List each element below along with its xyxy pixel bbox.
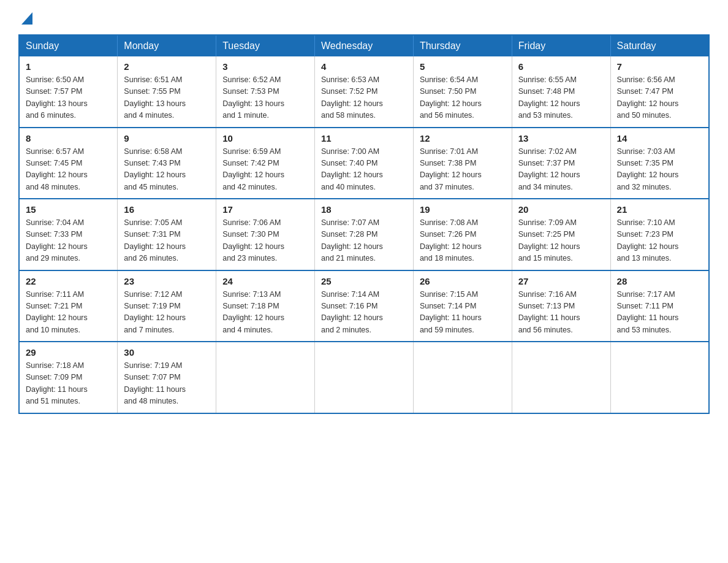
day-info: Sunrise: 7:12 AMSunset: 7:19 PMDaylight:… [124, 289, 210, 337]
calendar-cell: 24 Sunrise: 7:13 AMSunset: 7:18 PMDaylig… [216, 270, 315, 342]
day-number: 16 [124, 204, 210, 215]
calendar-cell: 3 Sunrise: 6:52 AMSunset: 7:53 PMDayligh… [216, 56, 315, 128]
day-info: Sunrise: 7:16 AMSunset: 7:13 PMDaylight:… [518, 289, 604, 337]
day-number: 3 [222, 61, 308, 72]
day-number: 28 [617, 276, 702, 286]
calendar-cell: 11 Sunrise: 7:00 AMSunset: 7:40 PMDaylig… [315, 128, 414, 199]
day-number: 25 [321, 276, 407, 286]
day-number: 21 [617, 204, 702, 215]
day-info: Sunrise: 6:52 AMSunset: 7:53 PMDaylight:… [222, 74, 308, 122]
day-info: Sunrise: 6:54 AMSunset: 7:50 PMDaylight:… [420, 74, 506, 122]
day-number: 26 [420, 276, 506, 286]
day-info: Sunrise: 6:50 AMSunset: 7:57 PMDaylight:… [26, 74, 111, 122]
calendar-cell: 8 Sunrise: 6:57 AMSunset: 7:45 PMDayligh… [19, 128, 118, 199]
logo-triangle-icon [21, 12, 32, 25]
calendar-cell: 22 Sunrise: 7:11 AMSunset: 7:21 PMDaylig… [19, 270, 118, 342]
calendar-header-row: SundayMondayTuesdayWednesdayThursdayFrid… [19, 35, 709, 56]
page-header [18, 12, 710, 25]
logo [18, 12, 36, 25]
calendar-cell: 30 Sunrise: 7:19 AMSunset: 7:07 PMDaylig… [118, 342, 216, 413]
day-number: 22 [26, 276, 111, 286]
day-info: Sunrise: 7:19 AMSunset: 7:07 PMDaylight:… [124, 360, 210, 408]
day-number: 10 [222, 133, 308, 144]
day-number: 23 [124, 276, 210, 286]
week-row-4: 22 Sunrise: 7:11 AMSunset: 7:21 PMDaylig… [19, 270, 709, 342]
day-info: Sunrise: 7:09 AMSunset: 7:25 PMDaylight:… [518, 217, 604, 265]
header-sunday: Sunday [19, 35, 118, 56]
svg-marker-0 [21, 12, 32, 25]
calendar-cell: 19 Sunrise: 7:08 AMSunset: 7:26 PMDaylig… [413, 199, 512, 270]
calendar-cell: 6 Sunrise: 6:55 AMSunset: 7:48 PMDayligh… [512, 56, 610, 128]
calendar-cell: 13 Sunrise: 7:02 AMSunset: 7:37 PMDaylig… [512, 128, 610, 199]
calendar-cell: 10 Sunrise: 6:59 AMSunset: 7:42 PMDaylig… [216, 128, 315, 199]
day-info: Sunrise: 7:10 AMSunset: 7:23 PMDaylight:… [617, 217, 702, 265]
day-info: Sunrise: 6:56 AMSunset: 7:47 PMDaylight:… [617, 74, 702, 122]
calendar-cell: 15 Sunrise: 7:04 AMSunset: 7:33 PMDaylig… [19, 199, 118, 270]
day-number: 14 [617, 133, 702, 144]
day-info: Sunrise: 7:00 AMSunset: 7:40 PMDaylight:… [321, 146, 407, 194]
day-info: Sunrise: 6:51 AMSunset: 7:55 PMDaylight:… [124, 74, 210, 122]
day-number: 20 [518, 204, 604, 215]
day-info: Sunrise: 6:57 AMSunset: 7:45 PMDaylight:… [26, 146, 111, 194]
day-info: Sunrise: 6:59 AMSunset: 7:42 PMDaylight:… [222, 146, 308, 194]
week-row-5: 29 Sunrise: 7:18 AMSunset: 7:09 PMDaylig… [19, 342, 709, 413]
week-row-3: 15 Sunrise: 7:04 AMSunset: 7:33 PMDaylig… [19, 199, 709, 270]
calendar-cell: 2 Sunrise: 6:51 AMSunset: 7:55 PMDayligh… [118, 56, 216, 128]
day-info: Sunrise: 7:05 AMSunset: 7:31 PMDaylight:… [124, 217, 210, 265]
day-number: 12 [420, 133, 506, 144]
header-saturday: Saturday [610, 35, 709, 56]
day-number: 18 [321, 204, 407, 215]
day-number: 4 [321, 61, 407, 72]
calendar-cell [216, 342, 315, 413]
calendar-cell: 21 Sunrise: 7:10 AMSunset: 7:23 PMDaylig… [610, 199, 709, 270]
day-number: 24 [222, 276, 308, 286]
day-number: 30 [124, 347, 210, 358]
calendar-cell: 27 Sunrise: 7:16 AMSunset: 7:13 PMDaylig… [512, 270, 610, 342]
calendar-cell: 14 Sunrise: 7:03 AMSunset: 7:35 PMDaylig… [610, 128, 709, 199]
calendar-cell: 17 Sunrise: 7:06 AMSunset: 7:30 PMDaylig… [216, 199, 315, 270]
day-info: Sunrise: 6:55 AMSunset: 7:48 PMDaylight:… [518, 74, 604, 122]
day-info: Sunrise: 6:53 AMSunset: 7:52 PMDaylight:… [321, 74, 407, 122]
calendar-cell [315, 342, 414, 413]
header-wednesday: Wednesday [315, 35, 414, 56]
day-info: Sunrise: 6:58 AMSunset: 7:43 PMDaylight:… [124, 146, 210, 194]
day-info: Sunrise: 7:08 AMSunset: 7:26 PMDaylight:… [420, 217, 506, 265]
day-number: 1 [26, 61, 111, 72]
day-info: Sunrise: 7:04 AMSunset: 7:33 PMDaylight:… [26, 217, 111, 265]
day-number: 11 [321, 133, 407, 144]
day-number: 19 [420, 204, 506, 215]
calendar-cell [610, 342, 709, 413]
calendar-cell: 9 Sunrise: 6:58 AMSunset: 7:43 PMDayligh… [118, 128, 216, 199]
calendar-cell: 4 Sunrise: 6:53 AMSunset: 7:52 PMDayligh… [315, 56, 414, 128]
calendar-cell: 23 Sunrise: 7:12 AMSunset: 7:19 PMDaylig… [118, 270, 216, 342]
day-info: Sunrise: 7:15 AMSunset: 7:14 PMDaylight:… [420, 289, 506, 337]
calendar-cell: 5 Sunrise: 6:54 AMSunset: 7:50 PMDayligh… [413, 56, 512, 128]
day-number: 5 [420, 61, 506, 72]
header-tuesday: Tuesday [216, 35, 315, 56]
day-number: 13 [518, 133, 604, 144]
calendar-cell: 25 Sunrise: 7:14 AMSunset: 7:16 PMDaylig… [315, 270, 414, 342]
week-row-2: 8 Sunrise: 6:57 AMSunset: 7:45 PMDayligh… [19, 128, 709, 199]
calendar-cell [512, 342, 610, 413]
header-monday: Monday [118, 35, 216, 56]
calendar-cell: 18 Sunrise: 7:07 AMSunset: 7:28 PMDaylig… [315, 199, 414, 270]
day-number: 17 [222, 204, 308, 215]
day-info: Sunrise: 7:13 AMSunset: 7:18 PMDaylight:… [222, 289, 308, 337]
header-thursday: Thursday [413, 35, 512, 56]
day-info: Sunrise: 7:03 AMSunset: 7:35 PMDaylight:… [617, 146, 702, 194]
day-info: Sunrise: 7:01 AMSunset: 7:38 PMDaylight:… [420, 146, 506, 194]
day-number: 15 [26, 204, 111, 215]
day-number: 8 [26, 133, 111, 144]
calendar-cell: 7 Sunrise: 6:56 AMSunset: 7:47 PMDayligh… [610, 56, 709, 128]
day-info: Sunrise: 7:02 AMSunset: 7:37 PMDaylight:… [518, 146, 604, 194]
day-info: Sunrise: 7:17 AMSunset: 7:11 PMDaylight:… [617, 289, 702, 337]
day-info: Sunrise: 7:06 AMSunset: 7:30 PMDaylight:… [222, 217, 308, 265]
calendar-cell: 29 Sunrise: 7:18 AMSunset: 7:09 PMDaylig… [19, 342, 118, 413]
calendar-cell: 26 Sunrise: 7:15 AMSunset: 7:14 PMDaylig… [413, 270, 512, 342]
day-number: 9 [124, 133, 210, 144]
calendar-cell: 1 Sunrise: 6:50 AMSunset: 7:57 PMDayligh… [19, 56, 118, 128]
day-number: 2 [124, 61, 210, 72]
calendar-cell: 16 Sunrise: 7:05 AMSunset: 7:31 PMDaylig… [118, 199, 216, 270]
day-number: 29 [26, 347, 111, 358]
day-info: Sunrise: 7:14 AMSunset: 7:16 PMDaylight:… [321, 289, 407, 337]
